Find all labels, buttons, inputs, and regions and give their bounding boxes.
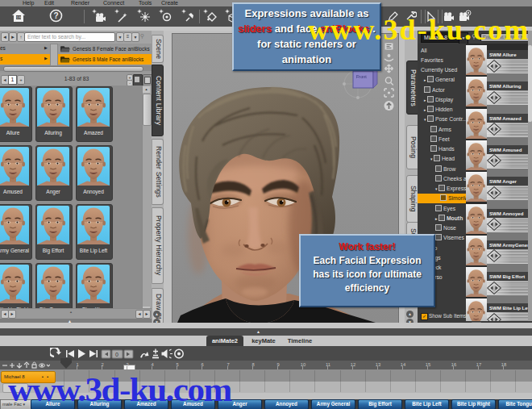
svg-text:DS: DS bbox=[17, 15, 22, 19]
svg-text:Front: Front bbox=[356, 74, 367, 79]
svg-text:?: ? bbox=[54, 11, 59, 20]
svg-text:0: 0 bbox=[115, 352, 118, 357]
